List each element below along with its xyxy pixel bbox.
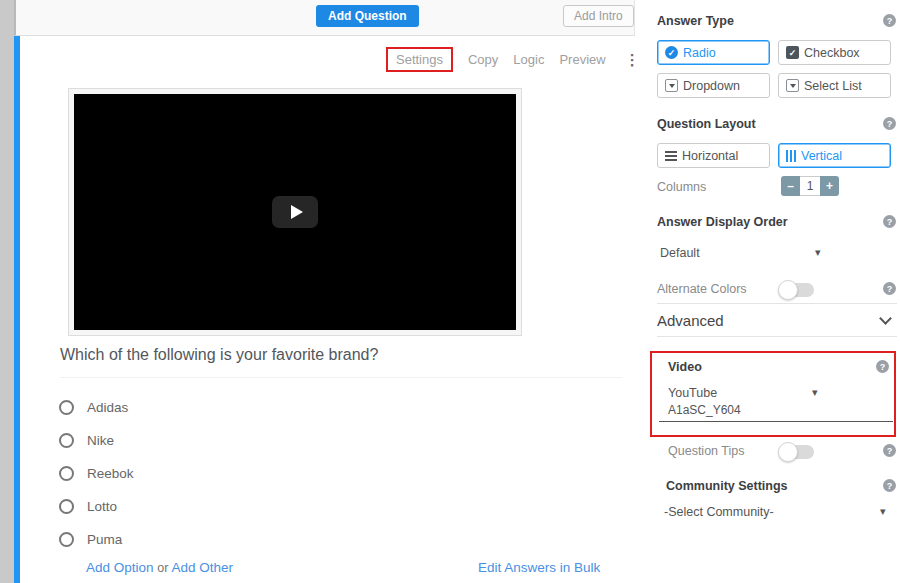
answer-type-label: Select List bbox=[804, 79, 862, 93]
answer-option-row: Reebok bbox=[59, 466, 134, 481]
alternate-colors-toggle[interactable] bbox=[780, 283, 814, 297]
radio-selected-icon: ✓ bbox=[665, 46, 678, 59]
alternate-colors-label: Alternate Colors bbox=[657, 282, 747, 296]
columns-decrease-button[interactable]: – bbox=[781, 176, 800, 196]
radio-button[interactable] bbox=[59, 400, 74, 415]
video-title: Video bbox=[668, 360, 702, 374]
option-actions: Add Option or Add Other bbox=[86, 560, 233, 575]
top-toolbar: Add Question Add Intro bbox=[14, 0, 635, 36]
divider bbox=[657, 303, 897, 304]
answer-type-title: Answer Type bbox=[657, 14, 734, 28]
answer-display-order-title: Answer Display Order bbox=[657, 215, 788, 229]
question-settings-sidebar: Answer Type ? ✓ Radio ✓ Checkbox Dropdow… bbox=[657, 0, 897, 583]
option-label[interactable]: Puma bbox=[87, 532, 122, 547]
option-label[interactable]: Nike bbox=[87, 433, 114, 448]
option-label[interactable]: Adidas bbox=[87, 400, 128, 415]
question-tips-help-icon[interactable]: ? bbox=[883, 444, 896, 457]
answer-display-order-select[interactable]: Default bbox=[660, 246, 828, 260]
question-layout-help-icon[interactable]: ? bbox=[883, 117, 896, 130]
checkbox-icon: ✓ bbox=[786, 46, 799, 59]
columns-value: 1 bbox=[800, 176, 820, 196]
tab-settings[interactable]: Settings bbox=[386, 47, 453, 72]
play-button[interactable] bbox=[272, 196, 318, 228]
kebab-menu-icon[interactable]: ⋮ bbox=[625, 51, 640, 69]
tab-copy[interactable]: Copy bbox=[468, 52, 498, 67]
columns-label: Columns bbox=[657, 180, 706, 194]
answer-type-label: Checkbox bbox=[804, 46, 860, 60]
radio-button[interactable] bbox=[59, 433, 74, 448]
video-canvas bbox=[74, 94, 516, 330]
horizontal-lines-icon bbox=[665, 151, 677, 161]
divider bbox=[657, 336, 897, 337]
radio-button[interactable] bbox=[59, 499, 74, 514]
edit-answers-in-bulk-link[interactable]: Edit Answers in Bulk bbox=[478, 560, 600, 575]
answer-display-order-help-icon[interactable]: ? bbox=[883, 215, 896, 228]
answer-option-row: Puma bbox=[59, 532, 134, 547]
question-video-player bbox=[68, 88, 522, 336]
video-help-icon[interactable]: ? bbox=[876, 360, 889, 373]
layout-horizontal-button[interactable]: Horizontal bbox=[657, 143, 770, 168]
video-id-input[interactable] bbox=[659, 403, 893, 422]
select-list-icon bbox=[786, 79, 799, 92]
video-provider-select[interactable]: YouTube bbox=[668, 386, 818, 400]
radio-button[interactable] bbox=[59, 466, 74, 481]
advanced-section-toggle[interactable]: Advanced bbox=[657, 312, 724, 329]
community-settings-help-icon[interactable]: ? bbox=[883, 479, 896, 492]
or-text: or bbox=[157, 561, 168, 575]
layout-label: Vertical bbox=[801, 149, 842, 163]
answer-option-row: Nike bbox=[59, 433, 134, 448]
alternate-colors-help-icon[interactable]: ? bbox=[883, 282, 896, 295]
answer-type-select-list-button[interactable]: Select List bbox=[778, 73, 891, 98]
tab-preview[interactable]: Preview bbox=[559, 52, 605, 67]
add-question-button[interactable]: Add Question bbox=[316, 5, 419, 27]
caret-down-icon: ▾ bbox=[815, 246, 821, 259]
add-other-link[interactable]: Add Other bbox=[171, 560, 233, 575]
active-question-indicator bbox=[14, 36, 20, 583]
question-tips-toggle[interactable] bbox=[780, 445, 814, 459]
question-layout-title: Question Layout bbox=[657, 117, 756, 131]
answer-type-radio-button[interactable]: ✓ Radio bbox=[657, 40, 770, 65]
answer-option-row: Lotto bbox=[59, 499, 134, 514]
answer-type-label: Radio bbox=[683, 46, 716, 60]
add-option-link[interactable]: Add Option bbox=[86, 560, 154, 575]
radio-button[interactable] bbox=[59, 532, 74, 547]
vertical-bars-icon bbox=[786, 150, 796, 162]
columns-increase-button[interactable]: + bbox=[820, 176, 839, 196]
option-label[interactable]: Reebok bbox=[87, 466, 134, 481]
question-title[interactable]: Which of the following is your favorite … bbox=[60, 346, 622, 378]
community-select[interactable]: -Select Community- bbox=[664, 505, 874, 519]
answer-type-label: Dropdown bbox=[683, 79, 740, 93]
caret-down-icon: ▾ bbox=[812, 386, 818, 399]
collapsed-left-panel bbox=[0, 0, 14, 583]
answer-type-help-icon[interactable]: ? bbox=[883, 14, 896, 27]
chevron-down-icon[interactable] bbox=[879, 312, 892, 325]
tab-logic[interactable]: Logic bbox=[513, 52, 544, 67]
add-intro-button[interactable]: Add Intro bbox=[563, 5, 634, 27]
answer-type-dropdown-button[interactable]: Dropdown bbox=[657, 73, 770, 98]
dropdown-icon bbox=[665, 79, 678, 92]
answer-options-list: Adidas Nike Reebok Lotto Puma bbox=[59, 400, 134, 565]
layout-vertical-button[interactable]: Vertical bbox=[778, 143, 891, 168]
survey-builder-app: Add Question Add Intro Settings Copy Log… bbox=[0, 0, 900, 583]
columns-stepper: – 1 + bbox=[781, 176, 839, 196]
play-icon bbox=[291, 205, 303, 219]
question-tips-label: Question Tips bbox=[668, 444, 744, 458]
answer-type-checkbox-button[interactable]: ✓ Checkbox bbox=[778, 40, 891, 65]
question-action-tabs: Settings Copy Logic Preview ⋮ bbox=[386, 47, 640, 72]
caret-down-icon: ▾ bbox=[880, 505, 886, 518]
community-settings-title: Community Settings bbox=[666, 479, 788, 493]
layout-label: Horizontal bbox=[682, 149, 738, 163]
answer-option-row: Adidas bbox=[59, 400, 134, 415]
option-label[interactable]: Lotto bbox=[87, 499, 117, 514]
